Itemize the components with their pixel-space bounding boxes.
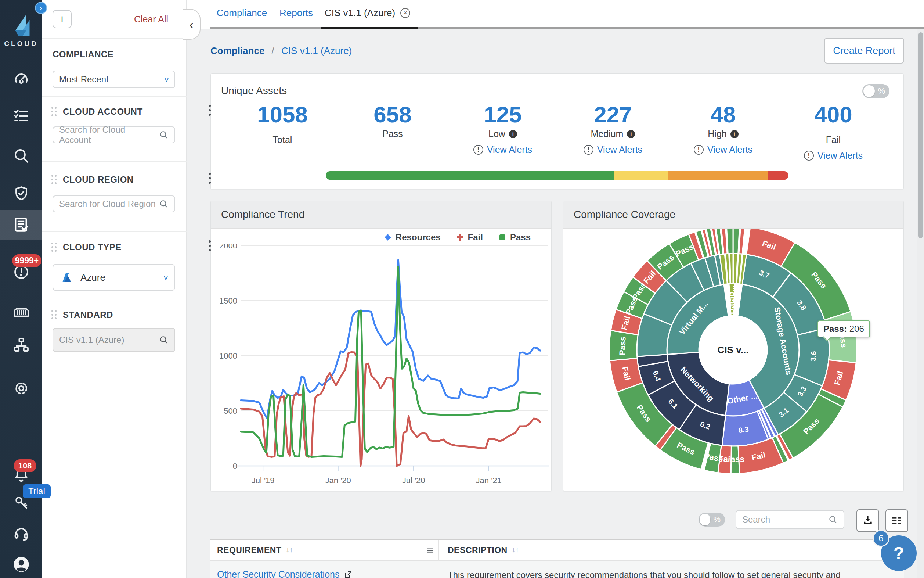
table-columns-button[interactable] (885, 509, 908, 532)
tab-compliance[interactable]: Compliance (217, 7, 267, 19)
compliance-section-label: COMPLIANCE (52, 49, 113, 60)
table-header: REQUIREMENT ↓↑ DESCRIPTION ↓↑ (210, 539, 904, 561)
expand-panel-button[interactable]: › (35, 2, 47, 14)
standard-search-input[interactable]: CIS v1.1 (Azure) (52, 328, 175, 352)
severity-distribution-bar (326, 171, 788, 180)
collapse-panel-button[interactable]: ‹ (183, 9, 201, 40)
toggle-knob (863, 85, 875, 97)
brand-label: CLOUD (0, 40, 42, 48)
network-icon[interactable] (0, 335, 42, 354)
unique-assets-title: Unique Assets (221, 85, 287, 97)
column-header-requirement[interactable]: REQUIREMENT ↓↑ (217, 545, 293, 555)
cloud-region-search-input[interactable]: Search for Cloud Region (52, 195, 175, 213)
fail-view-alerts-link[interactable]: ! View Alerts (804, 150, 863, 161)
drag-handle-icon[interactable] (52, 175, 57, 185)
info-icon[interactable]: i (627, 130, 635, 138)
download-icon (862, 515, 874, 526)
fail-value: 400 (814, 102, 852, 127)
tab-cis-v1-1-azure[interactable]: CIS v1.1 (Azure) × (325, 7, 410, 19)
alert-icon: ! (584, 145, 594, 155)
tab-bar: Compliance Reports CIS v1.1 (Azure) × (186, 0, 924, 29)
legend-pass[interactable]: Pass (498, 232, 531, 242)
medium-view-alerts-link[interactable]: ! View Alerts (584, 144, 642, 155)
chevron-down-icon: v (165, 76, 168, 83)
svg-text:Jul '19: Jul '19 (252, 476, 275, 485)
stat-total: 1058 Total (227, 102, 338, 161)
policies-checklist-icon[interactable] (0, 107, 42, 126)
cloud-type-select[interactable]: Azure v (52, 264, 175, 291)
drag-handle-icon[interactable] (52, 310, 57, 320)
app-root: CLOUD (0, 0, 924, 578)
total-label: Total (273, 135, 292, 145)
cloud-account-search-input[interactable]: Search for Cloud Account (52, 127, 175, 143)
main-area: Compliance Reports CIS v1.1 (Azure) × Co… (186, 0, 924, 578)
cloud-region-section-label: CLOUD REGION (63, 175, 134, 185)
containers-icon[interactable] (0, 303, 42, 322)
cloud-type-section-label: CLOUD TYPE (63, 242, 121, 252)
cloud-region-menu-icon[interactable] (208, 173, 211, 184)
search-icon (159, 335, 168, 345)
sort-icon[interactable]: ↓↑ (512, 546, 519, 554)
download-button[interactable] (856, 509, 879, 532)
user-avatar[interactable] (0, 554, 42, 575)
logo-icon[interactable] (0, 10, 42, 40)
severity-segment (614, 171, 668, 180)
tooltip-value: 206 (850, 324, 864, 334)
scrollbar-track[interactable] (918, 29, 924, 578)
legend-resources[interactable]: Resources (384, 232, 441, 242)
breadcrumb-current[interactable]: CIS v1.1 (Azure) (281, 45, 352, 56)
info-icon[interactable]: i (509, 130, 517, 138)
help-count-badge: 6 (872, 530, 890, 547)
cloud-type-menu-icon[interactable] (208, 240, 211, 251)
low-view-alerts-link[interactable]: ! View Alerts (473, 144, 532, 155)
search-icon[interactable] (0, 146, 42, 166)
compliance-document-icon[interactable] (0, 215, 42, 234)
tab-reports[interactable]: Reports (280, 7, 313, 19)
svg-text:2000: 2000 (219, 244, 237, 250)
column-filter-icon[interactable] (425, 546, 435, 555)
stat-high: 48 High i ! View Alerts (668, 102, 778, 161)
percent-toggle[interactable]: % (862, 84, 890, 98)
governance-shield-icon[interactable] (0, 184, 42, 203)
drag-handle-icon[interactable] (52, 107, 57, 117)
compliance-coverage-sunburst[interactable]: Datab...Storage AccountsOther ...Network… (563, 229, 904, 492)
table-search-input[interactable]: Search (736, 510, 844, 529)
support-headset-icon[interactable] (0, 524, 42, 543)
svg-text:1500: 1500 (219, 296, 237, 305)
toggle-knob (700, 514, 710, 526)
table-row[interactable]: Other Security Considerations This requi… (210, 561, 904, 578)
create-report-button[interactable]: Create Report (824, 38, 904, 63)
trend-legend: Resources Fail Pass (384, 232, 531, 242)
scrollbar-thumb[interactable] (919, 32, 923, 238)
fail-marker-icon (456, 233, 464, 242)
stats-row: 1058 Total 658 Pass 125 Low i ! View Ale… (227, 102, 888, 161)
clear-all-button[interactable]: Clear All (134, 14, 168, 24)
svg-text:1000: 1000 (219, 351, 237, 360)
drag-handle-icon[interactable] (52, 242, 57, 252)
legend-fail[interactable]: Fail (456, 232, 483, 242)
external-link-icon (344, 570, 353, 578)
dashboard-gauge-icon[interactable] (0, 69, 42, 88)
sort-icon[interactable]: ↓↑ (286, 546, 293, 554)
column-header-description[interactable]: DESCRIPTION ↓↑ (448, 545, 519, 555)
left-rail: CLOUD (0, 0, 42, 578)
add-filter-button[interactable]: + (52, 10, 71, 28)
sort-select[interactable]: Most Recent v (52, 71, 175, 88)
tooltip-label: Pass: (824, 324, 847, 334)
cloud-account-menu-icon[interactable] (208, 105, 211, 116)
settings-gear-icon[interactable] (0, 379, 42, 398)
pass-value: 658 (374, 102, 411, 127)
breadcrumb-compliance[interactable]: Compliance (210, 45, 264, 56)
close-tab-icon[interactable]: × (400, 8, 410, 18)
high-view-alerts-link[interactable]: ! View Alerts (694, 144, 752, 155)
severity-segment (668, 171, 767, 180)
alert-icon: ! (694, 145, 704, 155)
info-icon[interactable]: i (730, 130, 738, 138)
medium-label: Medium (591, 128, 624, 139)
requirement-link[interactable]: Other Security Considerations (217, 569, 353, 578)
table-percent-toggle[interactable]: % (699, 513, 725, 526)
low-value: 125 (484, 102, 521, 127)
breadcrumb-separator: / (272, 45, 274, 56)
compliance-trend-chart[interactable]: 0500100015002000Jul '19Jan '20Jul '20Jan… (211, 244, 552, 490)
low-label: Low (489, 128, 505, 139)
